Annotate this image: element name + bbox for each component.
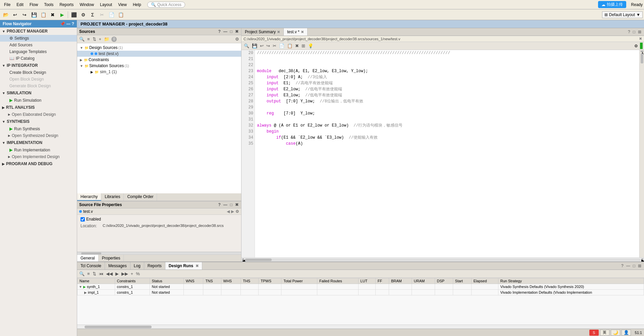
bottom-help-btn[interactable]: ?	[621, 263, 624, 269]
code-content[interactable]: ////////////////////////////////////////…	[255, 50, 639, 257]
code-close-btn[interactable]: ✖	[294, 43, 300, 49]
code-columns-btn[interactable]: ⊞	[301, 43, 306, 49]
sources-restore-btn[interactable]: □	[229, 29, 233, 34]
sfp-help-btn[interactable]: ?	[217, 202, 221, 207]
sources-close-btn[interactable]: ✖	[234, 29, 239, 34]
nav-program-debug-header[interactable]: ▶ PROGRAM AND DEBUG	[0, 160, 77, 167]
tab-reports[interactable]: Reports	[144, 262, 165, 270]
menu-tools[interactable]: Tools	[41, 2, 56, 8]
code-search-btn[interactable]: 🔍	[243, 43, 250, 49]
nav-open-synthesized-design[interactable]: ▶ Open Synthesized Design	[0, 132, 77, 139]
nav-ip-integrator-header[interactable]: ▼ IP INTEGRATOR	[0, 62, 77, 69]
file-path-close[interactable]: ✖	[639, 37, 642, 41]
code-gear-btn[interactable]: ⚙	[634, 44, 638, 48]
sfp-settings-btn[interactable]: ⚙	[235, 209, 239, 214]
sfp-prev-btn[interactable]: ◀	[227, 209, 230, 214]
h-scroll-thumb[interactable]	[245, 258, 272, 261]
dr-percent-btn[interactable]: %	[135, 271, 141, 277]
menu-file[interactable]: File	[1, 2, 13, 8]
design-sources-row[interactable]: ▼ 📁 Design Sources (1)	[77, 45, 241, 51]
bottom-maximize-btn[interactable]: ⊞	[637, 263, 642, 269]
copy-button[interactable]: 📄	[107, 10, 116, 19]
tab-compile-order[interactable]: Compile Order	[124, 193, 157, 201]
nav-run-simulation[interactable]: ▶ Run Simulation	[0, 97, 77, 104]
code-vertical-scrollbar[interactable]: ▲	[639, 50, 644, 257]
tab-hierarchy[interactable]: Hierarchy	[77, 193, 101, 201]
paste-button[interactable]: 📋	[116, 10, 125, 19]
nav-implementation-header[interactable]: ▼ IMPLEMENTATION	[0, 139, 77, 146]
nav-simulation-header[interactable]: ▼ SIMULATION	[0, 89, 77, 97]
dr-search-btn[interactable]: 🔍	[78, 271, 85, 277]
upload-button[interactable]: ☁ 拍摄上传	[598, 1, 626, 8]
sources-search-btn[interactable]: 🔍	[78, 36, 85, 42]
code-copy-btn[interactable]: 📄	[278, 43, 285, 49]
code-maximize-btn[interactable]: ⊞	[637, 29, 642, 35]
quick-access-bar[interactable]: 🔍 Quick Access	[147, 2, 185, 8]
sfp-close-btn[interactable]: ✖	[234, 202, 239, 207]
close-button[interactable]: ✖	[48, 10, 57, 19]
statusbar-lang-btn[interactable]: 英	[600, 330, 609, 336]
sfp-enabled-checkbox[interactable]	[80, 217, 85, 222]
menu-reports[interactable]: Reports	[57, 2, 76, 8]
dr-add-btn[interactable]: +	[130, 271, 134, 277]
nav-run-implementation[interactable]: ▶ Run Implementation	[0, 146, 77, 153]
program-button[interactable]: ⬛	[69, 10, 78, 19]
sfp-next-btn[interactable]: ▶	[231, 209, 234, 214]
run-button[interactable]: ▶	[58, 10, 66, 19]
dr-expand-btn[interactable]: ⇅	[92, 271, 97, 277]
code-paste-btn[interactable]: 📋	[286, 43, 293, 49]
save-copy-button[interactable]: 📋	[39, 10, 48, 19]
nav-language-templates[interactable]: Language Templates	[0, 48, 77, 55]
nav-ip-catalog[interactable]: 📖 IP Catalog	[0, 55, 77, 62]
tab-libraries[interactable]: Libraries	[101, 193, 124, 201]
bottom-scroll-thumb[interactable]	[85, 326, 152, 328]
simulation-file-sim1[interactable]: ▶ 📁 sim_1 (1)	[77, 69, 241, 75]
scroll-up-arrow[interactable]: ▲	[641, 51, 643, 52]
statusbar-user-btn[interactable]: 👤	[622, 330, 631, 336]
menu-edit[interactable]: Edit	[14, 2, 26, 8]
undo-button[interactable]: ↩	[11, 10, 19, 19]
code-redo-btn[interactable]: ↪	[265, 43, 271, 49]
help-icon[interactable]: ?	[72, 21, 74, 26]
tab-test-v-close[interactable]: ✖	[301, 30, 304, 34]
nav-settings[interactable]: ⚙ Settings	[0, 35, 77, 42]
sfp-tab-general[interactable]: General	[77, 255, 99, 261]
sfp-tab-properties[interactable]: Properties	[99, 255, 124, 261]
tab-log[interactable]: Log	[130, 262, 144, 270]
menu-window[interactable]: Window	[77, 2, 97, 8]
scroll-right-arrow[interactable]: ▶	[641, 258, 643, 261]
code-save-btn[interactable]: 💾	[251, 43, 258, 49]
nav-synthesis-header[interactable]: ▼ SYNTHESIS	[0, 118, 77, 125]
nav-project-manager-header[interactable]: ▼ PROJECT MANAGER	[0, 28, 77, 35]
save-button[interactable]: 💾	[30, 10, 38, 19]
pin-icon[interactable]: 📌	[60, 21, 65, 26]
nav-add-sources[interactable]: Add Sources	[0, 42, 77, 48]
expand-arrow[interactable]: ▼	[79, 285, 82, 289]
h-scroll-track[interactable]	[245, 258, 641, 261]
code-cut-btn[interactable]: ✂	[272, 43, 277, 49]
menu-flow[interactable]: Flow	[27, 2, 41, 8]
constraints-row[interactable]: ▶ 📁 Constraints	[77, 57, 241, 63]
menu-layout[interactable]: Layout	[97, 2, 115, 8]
tab-project-summary[interactable]: Project Summary ✖	[241, 28, 284, 36]
sources-minimize-btn[interactable]: —	[223, 29, 228, 34]
tab-design-runs[interactable]: Design Runs ✖	[165, 262, 203, 270]
sfp-restore-btn[interactable]: □	[229, 202, 233, 207]
cut-button[interactable]: ✂	[98, 10, 106, 19]
open-project-button[interactable]: 📂	[1, 10, 10, 19]
bottom-h-scrollbar[interactable]	[77, 325, 644, 329]
table-row[interactable]: ▶ impl_1 constrs_1 Not started	[77, 290, 644, 295]
code-h-scrollbar[interactable]: ◀ ▶	[241, 257, 644, 261]
code-undo-btn[interactable]: ↩	[259, 43, 265, 49]
expand-arrow[interactable]: ▶	[84, 291, 87, 294]
bottom-restore-btn[interactable]: □	[632, 263, 636, 269]
scroll-left-arrow[interactable]: ◀	[242, 258, 244, 261]
nav-rtl-analysis-header[interactable]: ▶ RTL ANALYSIS	[0, 104, 77, 111]
sources-folder-btn[interactable]: 📁	[103, 36, 110, 42]
dr-next-btn[interactable]: ▶▶	[121, 271, 129, 277]
layout-selector[interactable]: ⊞ Default Layout ▼	[602, 11, 643, 18]
sum-button[interactable]: Σ	[88, 10, 97, 19]
sfp-scrollbar[interactable]	[77, 252, 241, 254]
sources-help-btn[interactable]: ?	[217, 29, 221, 34]
redo-button[interactable]: ↪	[20, 10, 29, 19]
